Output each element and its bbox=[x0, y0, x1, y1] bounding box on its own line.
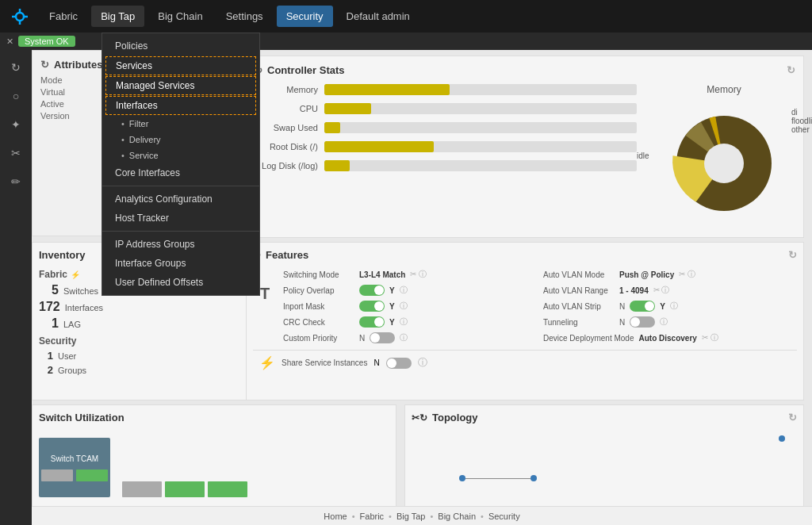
svg-point-0 bbox=[16, 13, 24, 21]
sidebar-clock-icon[interactable]: ○ bbox=[5, 85, 27, 107]
policy-overlap-info[interactable]: ⓘ bbox=[400, 285, 408, 296]
sidebar-tools-icon[interactable]: ✂ bbox=[5, 142, 27, 164]
feature-auto-vlan-mode: Auto VLAN Mode Push @ Policy ✂ ⓘ bbox=[543, 269, 797, 280]
nav-bigchain[interactable]: Big Chain bbox=[148, 6, 212, 27]
feature-custom-priority: Custom Priority N ⓘ bbox=[283, 332, 537, 343]
nav-security[interactable]: Security bbox=[277, 6, 333, 27]
topo-line-1 bbox=[465, 478, 530, 479]
nav-admin[interactable]: Default admin bbox=[337, 6, 419, 27]
breadcrumb-bigtap[interactable]: Big Tap bbox=[396, 512, 426, 521]
crc-check-toggle[interactable] bbox=[359, 316, 385, 328]
feature-tunneling: Tunneling N ⓘ bbox=[543, 316, 797, 328]
features-left-col: Switching Mode L3-L4 Match ✂ ⓘ Policy Ov… bbox=[283, 269, 537, 343]
dropdown-host-tracker[interactable]: Host Tracker bbox=[102, 209, 259, 228]
breadcrumb-security[interactable]: Security bbox=[488, 512, 520, 521]
auto-vlan-strip-info[interactable]: ⓘ bbox=[670, 301, 678, 312]
features-panel: ↻ Features ↻ T Switching Mode L3-L4 Matc… bbox=[246, 242, 804, 400]
switching-mode-icon[interactable]: ✂ ⓘ bbox=[410, 269, 427, 280]
util-bar-2 bbox=[165, 481, 205, 497]
switch-util-content: Switch TCAM bbox=[39, 431, 389, 497]
pie-svg bbox=[661, 100, 787, 227]
feature-crc-check: CRC Check Y ⓘ bbox=[283, 316, 537, 328]
controller-stats-title: ↻ Controller Stats ↻ bbox=[255, 64, 795, 76]
svg-point-6 bbox=[704, 144, 744, 183]
topology-panel: ✂↻ Topology ↻ bbox=[404, 404, 804, 519]
switch-utilization-panel: Switch Utilization Switch TCAM bbox=[32, 404, 396, 519]
dropdown-services[interactable]: Services bbox=[105, 56, 256, 75]
feature-inport-mask: Inport Mask Y ⓘ bbox=[283, 301, 537, 312]
topo-node-2 bbox=[459, 475, 465, 481]
auto-vlan-mode-icon[interactable]: ✂ ⓘ bbox=[679, 269, 695, 280]
util-bar-1 bbox=[122, 481, 162, 497]
topo-node-1 bbox=[779, 435, 785, 442]
dropdown-policies[interactable]: Policies bbox=[102, 36, 259, 56]
share-service-info[interactable]: ⓘ bbox=[418, 356, 427, 370]
dropdown-delivery[interactable]: Delivery bbox=[102, 132, 259, 148]
inport-mask-toggle[interactable] bbox=[359, 301, 385, 312]
pie-legend-left: idle bbox=[637, 151, 649, 160]
stat-swap: Swap Used bbox=[255, 122, 637, 133]
custom-priority-toggle[interactable] bbox=[370, 332, 395, 343]
feature-auto-vlan-range: Auto VLAN Range 1 - 4094 ✂ ⓘ bbox=[543, 285, 797, 296]
stats-bars: Memory CPU Swap Used Root Disk (/) bbox=[255, 84, 637, 227]
dropdown-filter[interactable]: Filter bbox=[102, 116, 259, 132]
share-service-row: ⚡ Share Service Instances N ⓘ bbox=[253, 350, 797, 370]
pie-legend-right: di floodlight other bbox=[791, 108, 812, 134]
stat-memory: Memory bbox=[255, 84, 637, 95]
dropdown-interface-groups[interactable]: Interface Groups bbox=[102, 254, 259, 273]
feature-policy-overlap: Policy Overlap Y ⓘ bbox=[283, 285, 537, 296]
dropdown-interfaces[interactable]: Interfaces bbox=[105, 96, 256, 115]
topology-reload-icon[interactable]: ↻ bbox=[788, 412, 797, 423]
stat-cpu: CPU bbox=[255, 103, 637, 114]
inport-mask-info[interactable]: ⓘ bbox=[400, 301, 408, 312]
features-title: ↻ Features ↻ bbox=[253, 249, 797, 261]
sidebar-refresh-icon[interactable]: ↻ bbox=[5, 56, 27, 79]
sidebar-paint-icon[interactable]: ✏ bbox=[5, 171, 27, 193]
tcam-bar-gray bbox=[41, 469, 73, 481]
util-bar-3 bbox=[208, 481, 247, 497]
nav-settings[interactable]: Settings bbox=[216, 6, 273, 27]
stat-log-disk: Log Disk (/log) bbox=[255, 160, 637, 171]
tcam-bar-green bbox=[76, 469, 108, 481]
tunneling-info[interactable]: ⓘ bbox=[660, 316, 668, 328]
tcam-bars bbox=[41, 469, 108, 481]
logo bbox=[8, 5, 32, 29]
policy-overlap-toggle[interactable] bbox=[359, 285, 385, 296]
breadcrumb-bigchain[interactable]: Big Chain bbox=[438, 512, 476, 521]
device-deployment-icon[interactable]: ✂ ⓘ bbox=[702, 332, 718, 343]
features-reload-icon[interactable]: ↻ bbox=[788, 249, 797, 261]
sidebar-sun-icon[interactable]: ✦ bbox=[5, 113, 27, 136]
breadcrumb-fabric[interactable]: Fabric bbox=[360, 512, 385, 521]
dropdown-analytics[interactable]: Analytics Configuration bbox=[102, 190, 259, 209]
dropdown-ip-groups[interactable]: IP Address Groups bbox=[102, 235, 259, 254]
nav-fabric[interactable]: Fabric bbox=[40, 6, 87, 27]
dropdown-user-offsets[interactable]: User Defined Offsets bbox=[102, 273, 259, 292]
stat-root-disk: Root Disk (/) bbox=[255, 141, 637, 152]
switch-tcam-box: Switch TCAM bbox=[39, 438, 110, 497]
switch-util-title: Switch Utilization bbox=[39, 412, 389, 423]
dropdown-core-interfaces[interactable]: Core Interfaces bbox=[102, 163, 259, 182]
controller-stats-panel: ↻ Controller Stats ↻ Memory CPU Swap Use… bbox=[246, 56, 804, 238]
stats-reload-icon[interactable]: ↻ bbox=[787, 64, 795, 76]
tunneling-toggle[interactable] bbox=[630, 316, 655, 328]
feature-device-deployment: Device Deployment Mode Auto Discovery ✂ … bbox=[543, 332, 797, 343]
dropdown-managed-services[interactable]: Managed Services bbox=[105, 76, 256, 95]
nav-bigtap[interactable]: Big Tap bbox=[91, 6, 144, 27]
auto-vlan-range-icon[interactable]: ✂ ⓘ bbox=[653, 285, 670, 296]
breadcrumb-home[interactable]: Home bbox=[324, 512, 347, 521]
topology-title: ✂↻ Topology ↻ bbox=[412, 412, 797, 423]
footer-breadcrumb: Home • Fabric • Big Tap • Big Chain • Se… bbox=[32, 506, 812, 525]
features-content: T Switching Mode L3-L4 Match ✂ ⓘ Policy … bbox=[253, 269, 797, 343]
share-service-toggle[interactable] bbox=[386, 358, 412, 369]
feature-switching-mode: Switching Mode L3-L4 Match ✂ ⓘ bbox=[283, 269, 537, 280]
dropdown-service[interactable]: Service bbox=[102, 148, 259, 163]
topo-node-3 bbox=[530, 475, 537, 481]
bigtap-dropdown-menu: Policies Services Managed Services Inter… bbox=[102, 33, 260, 296]
crc-check-info[interactable]: ⓘ bbox=[400, 316, 408, 328]
auto-vlan-strip-toggle[interactable] bbox=[630, 301, 655, 312]
top-navigation: Fabric Big Tap Big Chain Settings Securi… bbox=[0, 0, 812, 33]
util-bars bbox=[122, 481, 247, 497]
system-status: System OK bbox=[18, 36, 75, 47]
custom-priority-info[interactable]: ⓘ bbox=[400, 332, 408, 343]
sidebar: ↻ ○ ✦ ✂ ✏ bbox=[0, 50, 32, 525]
